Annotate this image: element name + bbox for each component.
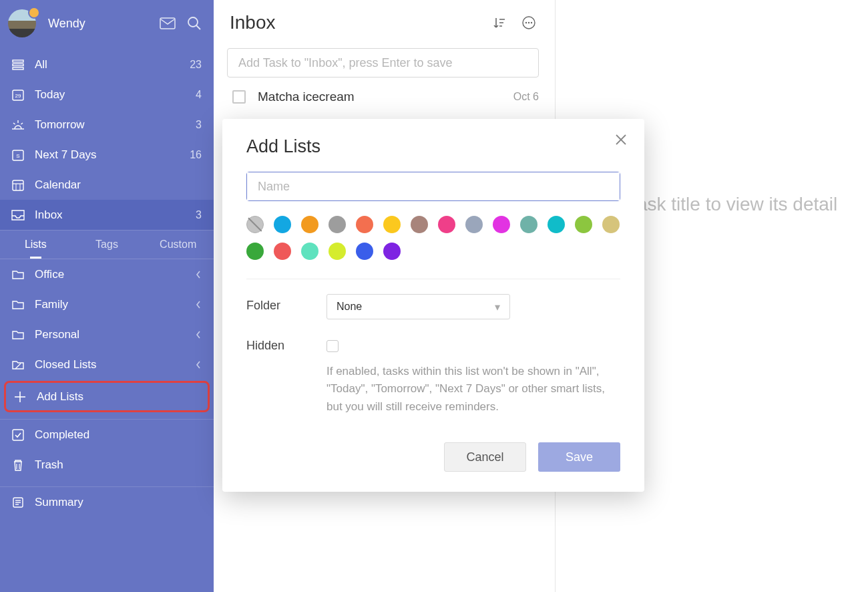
- save-button[interactable]: Save: [538, 442, 620, 472]
- modal-title: Add Lists: [246, 136, 620, 157]
- list-name-input-wrapper: [246, 172, 620, 201]
- color-swatch[interactable]: [274, 243, 291, 260]
- hidden-row: Hidden If enabled, tasks within this lis…: [246, 334, 620, 416]
- folder-label: Folder: [246, 294, 327, 313]
- color-swatch-none[interactable]: [246, 216, 264, 233]
- folder-select[interactable]: None ▾: [327, 294, 510, 319]
- color-swatch[interactable]: [301, 216, 318, 233]
- color-swatch[interactable]: [274, 216, 291, 233]
- hidden-checkbox[interactable]: [327, 340, 339, 352]
- color-swatch[interactable]: [246, 243, 264, 260]
- caret-down-icon: ▾: [495, 301, 500, 313]
- color-swatch[interactable]: [438, 216, 455, 233]
- color-swatch[interactable]: [465, 216, 483, 233]
- color-swatch[interactable]: [301, 243, 318, 260]
- hidden-label: Hidden: [246, 334, 327, 353]
- color-swatch[interactable]: [602, 216, 620, 233]
- divider: [246, 279, 620, 279]
- color-swatch[interactable]: [329, 216, 346, 233]
- color-swatch[interactable]: [548, 216, 565, 233]
- color-swatch[interactable]: [575, 216, 592, 233]
- color-swatch[interactable]: [493, 216, 510, 233]
- color-swatch[interactable]: [383, 216, 401, 233]
- color-swatch[interactable]: [520, 216, 537, 233]
- modal-actions: Cancel Save: [246, 442, 620, 472]
- list-name-input[interactable]: [247, 172, 620, 200]
- folder-value: None: [337, 301, 362, 313]
- close-icon[interactable]: [615, 134, 627, 146]
- color-swatch[interactable]: [356, 243, 373, 260]
- cancel-button[interactable]: Cancel: [444, 442, 526, 472]
- color-swatch[interactable]: [329, 243, 346, 260]
- color-swatch[interactable]: [383, 243, 401, 260]
- add-list-modal: Add Lists Folder None ▾ Hidden If enable…: [222, 119, 644, 492]
- hidden-description: If enabled, tasks within this list won't…: [327, 363, 620, 416]
- color-swatch[interactable]: [356, 216, 373, 233]
- color-swatches: [246, 216, 620, 260]
- modal-overlay: Add Lists Folder None ▾ Hidden If enable…: [0, 0, 868, 592]
- color-swatch[interactable]: [411, 216, 428, 233]
- folder-row: Folder None ▾: [246, 294, 620, 319]
